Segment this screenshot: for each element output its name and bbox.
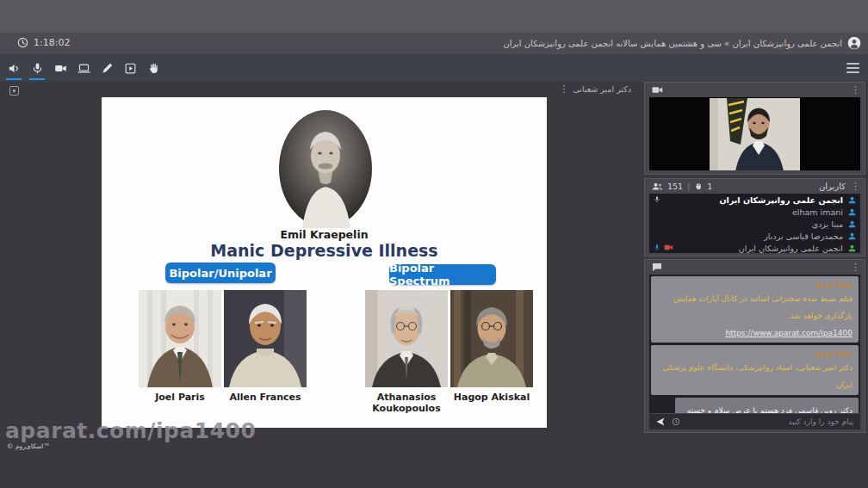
video-panel-options-icon[interactable]: ⋮ bbox=[851, 85, 860, 95]
chat-options-icon[interactable]: ⋮ bbox=[851, 263, 860, 272]
chat-input-bar bbox=[649, 414, 860, 429]
presenter-name: دکتر امیر شعبانی bbox=[573, 84, 631, 94]
participant-row[interactable]: مینا یزدی bbox=[649, 218, 860, 230]
presentation-slide: Emil Kraepelin Manic Depressive Illness … bbox=[102, 97, 547, 428]
participants-count-icon bbox=[652, 182, 663, 191]
whiteboard-options-icon[interactable]: ⋮ bbox=[559, 84, 568, 94]
figure-athanasios-koukopoulos: Athanasios Koukopoulos bbox=[365, 290, 448, 414]
participant-user-icon bbox=[847, 232, 857, 241]
participant-row[interactable]: انجمن علمی روانپزشکان ایران bbox=[649, 194, 860, 206]
participants-options-icon[interactable]: ⋮ bbox=[851, 182, 860, 191]
raise-hand-icon bbox=[147, 62, 160, 75]
session-info: انجمن علمی روانپزشکان ایران » سی و هشتمی… bbox=[503, 36, 861, 50]
participant-name: انجمن علمی روانپزشکان ایران bbox=[739, 244, 843, 253]
send-message-icon[interactable] bbox=[655, 417, 666, 427]
webcam-video-feed[interactable] bbox=[649, 97, 860, 170]
participant-row[interactable]: محمدرضا قیاسی بردبار bbox=[649, 230, 860, 242]
chat-sender: مینا یزدی bbox=[657, 348, 852, 357]
participants-panel-title: کاربران bbox=[819, 182, 846, 191]
athanasios-koukopoulos-photo bbox=[365, 290, 448, 387]
chat-panel-icon bbox=[652, 263, 662, 272]
raised-hands-count: 1 bbox=[707, 182, 712, 191]
media-player-icon bbox=[124, 62, 137, 75]
skyroom-brand: © اسکای‌روم™ bbox=[7, 442, 50, 450]
speaker-icon bbox=[8, 62, 21, 75]
header-divider: | bbox=[687, 182, 690, 191]
participant-name: مینا یزدی bbox=[812, 219, 843, 229]
participants-panel-header: 151 | 1 کاربران ⋮ bbox=[645, 179, 865, 194]
figure-joel-paris: Joel Paris bbox=[139, 290, 221, 403]
joel-paris-photo bbox=[139, 290, 221, 387]
participant-row[interactable]: elham imani bbox=[649, 206, 860, 218]
presenter-row: ⋮ دکتر امیر شعبانی bbox=[559, 84, 631, 94]
bipolar-unipolar-figures: Joel Paris Allen Frances bbox=[139, 290, 307, 403]
screen-share-icon bbox=[78, 62, 90, 75]
draw-button[interactable] bbox=[100, 61, 114, 75]
figure-name: Joel Paris bbox=[155, 392, 205, 403]
chat-message: مینا یزدی دکتر امیر شعبانی، استاد روانپز… bbox=[651, 345, 859, 395]
hagop-akiskal-photo bbox=[450, 290, 533, 387]
chat-sender: مینا یزدی bbox=[657, 279, 852, 288]
figure-name: Hagop Akiskal bbox=[454, 392, 530, 403]
video-panel-header: ⋮ bbox=[645, 83, 865, 97]
microphone-icon bbox=[31, 62, 44, 75]
speaker-webcam-frame bbox=[710, 98, 800, 170]
aparat-watermark: aparat.com/ipa1400 bbox=[5, 418, 256, 443]
header-bar: 1:18:02 انجمن علمی روانپزشکان ایران » سی… bbox=[0, 33, 868, 54]
session-clock: 1:18:02 bbox=[17, 37, 70, 48]
raise-hand-button[interactable] bbox=[146, 61, 160, 75]
bipolar-spectrum-figures: Athanasios Koukopoulos bbox=[365, 290, 533, 414]
participant-name: elham imani bbox=[792, 207, 843, 217]
participant-presenter-icon bbox=[847, 195, 857, 205]
participant-cam-record-icon bbox=[664, 244, 673, 251]
screen-share-button[interactable] bbox=[77, 61, 90, 75]
window-top-strip bbox=[0, 0, 868, 33]
portrait-caption: Emil Kraepelin bbox=[102, 228, 547, 241]
bipolar-spectrum-label: Bipolar Spectrum bbox=[389, 264, 496, 285]
video-panel: ⋮ bbox=[644, 82, 865, 175]
chat-text: دکتر روین قاسمی فرد هستم با عرض سلام و خ… bbox=[687, 406, 852, 413]
figure-allen-frances: Allen Frances bbox=[224, 290, 307, 403]
participant-name: محمدرضا قیاسی بردبار bbox=[764, 232, 843, 241]
account-avatar-icon[interactable] bbox=[847, 36, 861, 50]
figure-name: Athanasios Koukopoulos bbox=[365, 392, 448, 414]
participants-count: 151 bbox=[667, 182, 683, 191]
participant-mic-active-icon bbox=[654, 243, 660, 252]
figure-hagop-akiskal: Hagop Akiskal bbox=[450, 290, 533, 414]
microphone-button[interactable] bbox=[30, 61, 44, 75]
participants-panel: 151 | 1 کاربران ⋮ انجمن علمی روانپزشکان … bbox=[644, 178, 865, 256]
chat-text: دکتر امیر شعبانی، استاد روانپزشکی، دانشگ… bbox=[662, 363, 852, 389]
slide-title: Manic Depressive Illness bbox=[102, 241, 547, 260]
speaker-button[interactable] bbox=[7, 61, 21, 75]
skyroom-webinar-window: 1:18:02 انجمن علمی روانپزشکان ایران » سی… bbox=[0, 0, 868, 488]
chat-message: مینا یزدی فیلم ضبط شده سخنرانی اساتید در… bbox=[651, 276, 859, 343]
participant-mic-icon bbox=[654, 195, 660, 204]
session-title: انجمن علمی روانپزشکان ایران » سی و هشتمی… bbox=[503, 39, 842, 48]
clock-icon bbox=[17, 37, 28, 48]
chat-message-input[interactable] bbox=[680, 417, 860, 426]
main-toolbar bbox=[0, 54, 868, 82]
participant-row[interactable]: انجمن علمی روانپزشکان ایران bbox=[649, 242, 860, 253]
chat-message: دکتر روین قاسمی فرد هستم با عرض سلام و خ… bbox=[675, 398, 859, 413]
bipolar-unipolar-label: Bipolar/Unipolar bbox=[165, 263, 276, 283]
participant-user-icon bbox=[847, 219, 857, 229]
chat-message-list[interactable]: مینا یزدی فیلم ضبط شده سخنرانی اساتید در… bbox=[649, 275, 860, 413]
session-time: 1:18:02 bbox=[34, 37, 70, 48]
chat-text: فیلم ضبط شده سخنرانی اساتید در کانال آپا… bbox=[673, 294, 852, 320]
video-panel-icon bbox=[652, 85, 663, 95]
pencil-icon bbox=[101, 62, 114, 75]
participants-list[interactable]: انجمن علمی روانپزشکان ایران elham imani … bbox=[649, 194, 860, 253]
allen-frances-photo bbox=[224, 290, 307, 387]
raised-hands-icon bbox=[694, 182, 703, 191]
chat-panel: ⋮ مینا یزدی فیلم ضبط شده سخنرانی اساتید … bbox=[644, 259, 865, 433]
participant-name: انجمن علمی روانپزشکان ایران bbox=[720, 195, 843, 205]
menu-button[interactable] bbox=[846, 63, 859, 73]
participant-user-icon bbox=[847, 207, 857, 217]
participant-online-icon bbox=[847, 244, 857, 253]
webcam-button[interactable] bbox=[53, 61, 67, 75]
chat-history-icon[interactable] bbox=[672, 417, 680, 426]
media-player-button[interactable] bbox=[123, 61, 137, 75]
chat-link[interactable]: https://www.aparat.com/ipa1400 bbox=[725, 329, 852, 337]
emil-kraepelin-portrait bbox=[278, 109, 373, 228]
whiteboard-pages-icon[interactable] bbox=[9, 86, 19, 96]
